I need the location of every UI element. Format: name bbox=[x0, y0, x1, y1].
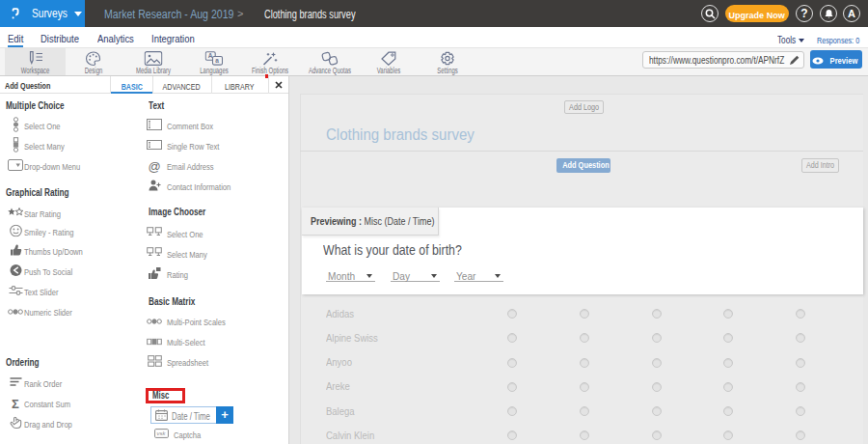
svg-text:A: A bbox=[208, 52, 213, 59]
svg-text:a: a bbox=[215, 57, 219, 64]
svg-text:vsk: vsk bbox=[156, 430, 166, 436]
